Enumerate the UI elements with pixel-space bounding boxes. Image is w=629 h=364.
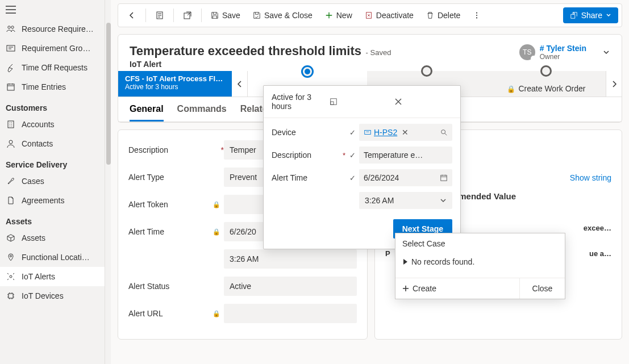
nav-label: Cases bbox=[22, 177, 44, 186]
nav-cases[interactable]: Cases bbox=[0, 171, 111, 191]
clear-icon[interactable]: ✕ bbox=[402, 128, 409, 137]
field-alert-time-time: 3:26 AM bbox=[128, 248, 357, 270]
svg-rect-3 bbox=[7, 84, 14, 90]
close-button[interactable]: Close bbox=[519, 278, 565, 299]
calendar-icon bbox=[6, 82, 16, 92]
owner-block[interactable]: TS # Tyler Stein Owner bbox=[519, 44, 610, 61]
back-button[interactable] bbox=[122, 7, 142, 23]
field-alert-url: Alert URL🔒 bbox=[128, 303, 357, 324]
lock-icon: 🔒 bbox=[213, 228, 220, 236]
show-string-link[interactable]: Show string bbox=[570, 173, 611, 182]
nav-label: Accounts bbox=[22, 120, 55, 129]
avatar: TS bbox=[519, 44, 535, 60]
svg-point-1 bbox=[11, 26, 14, 28]
main-content: Save Save & Close New Deactivate Delete … bbox=[111, 0, 629, 364]
stage-circle-icon bbox=[540, 65, 552, 77]
new-label: New bbox=[336, 11, 352, 20]
overflow-button[interactable] bbox=[467, 8, 486, 23]
deactivate-button[interactable]: Deactivate bbox=[359, 7, 419, 23]
nav-time-off-requests[interactable]: Time Off Requests bbox=[0, 58, 111, 77]
stage-flyout-title: Active for 3 hours bbox=[272, 93, 330, 111]
iot-alert-icon bbox=[6, 271, 16, 282]
svg-rect-19 bbox=[441, 175, 447, 181]
sp-field-alert-time: Alert Time ✓ 6/26/2024 bbox=[272, 169, 452, 186]
nav-assets[interactable]: Assets bbox=[0, 228, 111, 248]
tab-commands[interactable]: Commands bbox=[177, 104, 227, 122]
bpf-stage-create-work-order[interactable]: 🔒 Create Work Order bbox=[486, 71, 606, 97]
cube-icon bbox=[6, 233, 16, 243]
required-icon: * bbox=[340, 151, 345, 160]
chevron-down-icon[interactable] bbox=[602, 48, 610, 56]
nav-label: Time Off Requests bbox=[22, 63, 88, 72]
save-label: Save bbox=[222, 11, 240, 20]
nav-header-service-delivery: Service Delivery bbox=[0, 153, 111, 171]
svg-point-12 bbox=[476, 12, 477, 14]
nav-resource-requirements[interactable]: Resource Require… bbox=[0, 19, 111, 39]
entity-icon bbox=[364, 128, 372, 136]
bpf-name: CFS - IoT Alert Process Fl… bbox=[125, 74, 225, 83]
bpf-prev-button[interactable] bbox=[232, 71, 248, 97]
nav-time-entries[interactable]: Time Entries bbox=[0, 77, 111, 97]
open-new-window-button[interactable] bbox=[177, 7, 198, 23]
lock-icon: 🔒 bbox=[213, 310, 220, 317]
form-selector-button[interactable] bbox=[149, 7, 170, 23]
save-button[interactable]: Save bbox=[205, 7, 246, 23]
sidebar: Resource Require… Requirement Gro… Time … bbox=[0, 0, 111, 364]
create-button[interactable]: Create bbox=[395, 278, 519, 299]
bpf-next-button[interactable] bbox=[606, 71, 622, 97]
select-case-flyout: Select Case No records found. Create Clo… bbox=[395, 233, 565, 299]
nav-label: IoT Alerts bbox=[22, 272, 55, 281]
alert-status-input[interactable]: Active bbox=[224, 277, 357, 296]
share-button[interactable]: Share bbox=[563, 7, 618, 23]
svg-rect-4 bbox=[8, 121, 14, 128]
nav-label: Time Entries bbox=[22, 82, 66, 91]
owner-label: Owner bbox=[540, 53, 586, 61]
sp-field-description: Description * ✓ Temperature e… bbox=[272, 147, 452, 164]
wrench-icon bbox=[6, 176, 16, 186]
svg-point-18 bbox=[441, 130, 445, 134]
tab-general[interactable]: General bbox=[130, 104, 164, 122]
alert-time-date-input[interactable]: 6/26/2024 bbox=[359, 169, 452, 186]
building-icon bbox=[6, 119, 16, 129]
field-label: Device bbox=[272, 128, 340, 137]
alert-time-time-input: 3:26 AM bbox=[224, 249, 357, 269]
description-input[interactable]: Temperature e… bbox=[359, 147, 452, 164]
command-bar: Save Save & Close New Deactivate Delete … bbox=[118, 3, 622, 27]
delete-button[interactable]: Delete bbox=[420, 7, 466, 23]
field-label: Description bbox=[128, 145, 168, 154]
bpf-active-duration: Active for 3 hours bbox=[125, 83, 225, 91]
check-icon: ✓ bbox=[345, 174, 359, 182]
caret-right-icon bbox=[402, 258, 408, 265]
nav-iot-devices[interactable]: IoT Devices bbox=[0, 286, 111, 306]
hamburger-menu[interactable] bbox=[0, 0, 111, 19]
device-lookup[interactable]: H-PS2 ✕ bbox=[359, 124, 452, 141]
save-close-button[interactable]: Save & Close bbox=[247, 7, 318, 23]
share-label: Share bbox=[581, 11, 602, 20]
nav-agreements[interactable]: Agreements bbox=[0, 191, 111, 210]
alert-time-time-input[interactable]: 3:26 AM bbox=[359, 192, 452, 209]
close-icon[interactable] bbox=[394, 98, 452, 106]
svg-point-0 bbox=[8, 26, 10, 28]
lock-icon: 🔒 bbox=[213, 201, 220, 208]
search-icon[interactable] bbox=[440, 128, 448, 136]
new-button[interactable]: New bbox=[319, 7, 358, 23]
nav-accounts[interactable]: Accounts bbox=[0, 115, 111, 134]
svg-rect-8 bbox=[9, 294, 13, 298]
lookup-value[interactable]: H-PS2 bbox=[374, 128, 397, 137]
presence-icon bbox=[531, 56, 536, 61]
owner-name[interactable]: # Tyler Stein bbox=[540, 44, 586, 53]
nav-requirement-groups[interactable]: Requirement Gro… bbox=[0, 39, 111, 58]
select-case-title: Select Case bbox=[395, 233, 565, 254]
chip-icon bbox=[6, 291, 16, 301]
calendar-icon[interactable] bbox=[440, 174, 448, 182]
bpf-header[interactable]: CFS - IoT Alert Process Fl… Active for 3… bbox=[118, 71, 232, 97]
nav-iot-alerts[interactable]: IoT Alerts bbox=[0, 267, 111, 286]
check-icon: ✓ bbox=[345, 128, 359, 137]
nav-contacts[interactable]: Contacts bbox=[0, 134, 111, 153]
nav-functional-locations[interactable]: Functional Locati… bbox=[0, 248, 111, 267]
sp-field-device: Device ✓ H-PS2 ✕ bbox=[272, 124, 452, 141]
field-label: Alert Type bbox=[128, 173, 164, 182]
dock-icon[interactable] bbox=[330, 98, 388, 106]
nav-header-assets: Assets bbox=[0, 210, 111, 228]
nav-label: IoT Devices bbox=[22, 291, 64, 300]
